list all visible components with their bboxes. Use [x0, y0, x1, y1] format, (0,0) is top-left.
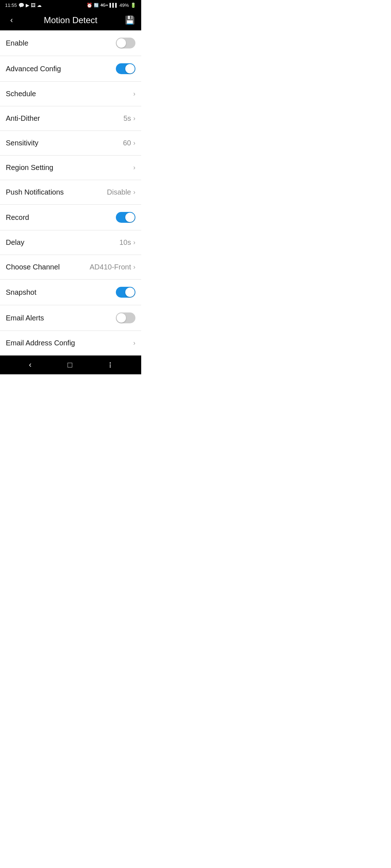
row-snapshot[interactable]: Snapshot [0, 280, 141, 305]
right-schedule: › [133, 90, 135, 98]
value-delay: 10s [119, 238, 131, 247]
label-record: Record [6, 213, 29, 222]
label-push-notifications: Push Notifications [6, 188, 64, 196]
nav-home-button[interactable]: □ [62, 357, 78, 373]
toggle-knob-enable [117, 38, 126, 48]
row-region-setting[interactable]: Region Setting› [0, 156, 141, 180]
row-choose-channel[interactable]: Choose ChannelAD410-Front› [0, 255, 141, 280]
chevron-email-address-config: › [133, 339, 135, 347]
youtube-icon: ▶ [26, 3, 29, 8]
chevron-region-setting: › [133, 164, 135, 171]
chevron-choose-channel: › [133, 263, 135, 271]
battery-percent: 49% [119, 3, 129, 8]
toggle-enable[interactable] [116, 38, 135, 48]
row-enable[interactable]: Enable [0, 30, 141, 56]
toggle-record[interactable] [116, 212, 135, 223]
app-header: ‹ Motion Detect 💾 [0, 10, 141, 30]
chat-icon: 💬 [18, 3, 24, 8]
label-enable: Enable [6, 39, 28, 47]
save-button[interactable]: 💾 [124, 16, 135, 25]
toggle-email-alerts[interactable] [116, 312, 135, 323]
lte-label: 4G+ [100, 3, 108, 7]
photos-icon: 🖼 [31, 3, 35, 8]
page-title: Motion Detect [17, 15, 124, 25]
chevron-delay: › [133, 239, 135, 246]
battery-icon: 🔋 [130, 3, 136, 8]
label-delay: Delay [6, 238, 24, 247]
row-email-alerts[interactable]: Email Alerts [0, 305, 141, 331]
right-email-alerts [116, 312, 135, 323]
label-email-alerts: Email Alerts [6, 314, 44, 322]
row-record[interactable]: Record [0, 205, 141, 230]
toggle-advanced-config[interactable] [116, 63, 135, 74]
label-sensitivity: Sensitivity [6, 139, 38, 147]
alarm-icon: ⏰ [87, 3, 92, 8]
label-snapshot: Snapshot [6, 288, 37, 297]
settings-content: EnableAdvanced ConfigSchedule›Anti-Dithe… [0, 30, 141, 356]
nav-recents-button[interactable]: ⫶ [102, 357, 118, 373]
right-enable [116, 38, 135, 48]
right-push-notifications: Disable› [107, 188, 135, 196]
value-push-notifications: Disable [107, 188, 131, 196]
right-delay: 10s› [119, 238, 135, 247]
right-sensitivity: 60› [123, 139, 135, 147]
right-snapshot [116, 287, 135, 298]
row-schedule[interactable]: Schedule› [0, 82, 141, 106]
row-anti-dither[interactable]: Anti-Dither5s› [0, 106, 141, 131]
status-right: ⏰ 🔄 4G+ ▌▌▌ 49% 🔋 [87, 3, 136, 8]
chevron-schedule: › [133, 90, 135, 98]
value-anti-dither: 5s [123, 114, 131, 123]
signal-icon: ▌▌▌ [110, 3, 118, 7]
status-left: 11:55 💬 ▶ 🖼 ☁ [5, 3, 42, 8]
label-choose-channel: Choose Channel [6, 263, 60, 271]
label-region-setting: Region Setting [6, 163, 53, 172]
label-schedule: Schedule [6, 90, 36, 98]
toggle-knob-email-alerts [117, 313, 126, 323]
toggle-knob-snapshot [125, 288, 135, 297]
toggle-knob-record [125, 213, 135, 222]
label-anti-dither: Anti-Dither [6, 114, 40, 123]
row-advanced-config[interactable]: Advanced Config [0, 56, 141, 82]
row-push-notifications[interactable]: Push NotificationsDisable› [0, 180, 141, 205]
toggle-knob-advanced-config [125, 64, 135, 73]
right-choose-channel: AD410-Front› [90, 263, 136, 271]
nav-back-button[interactable]: ‹ [23, 357, 37, 373]
right-region-setting: › [133, 164, 135, 171]
back-button[interactable]: ‹ [6, 16, 17, 25]
chevron-anti-dither: › [133, 115, 135, 122]
row-sensitivity[interactable]: Sensitivity60› [0, 131, 141, 156]
status-time: 11:55 [5, 3, 17, 8]
status-bar: 11:55 💬 ▶ 🖼 ☁ ⏰ 🔄 4G+ ▌▌▌ 49% 🔋 [0, 0, 141, 10]
bottom-navigation: ‹ □ ⫶ [0, 356, 141, 374]
row-email-address-config[interactable]: Email Address Config› [0, 331, 141, 356]
sync-icon: 🔄 [94, 3, 99, 8]
row-delay[interactable]: Delay10s› [0, 230, 141, 255]
value-choose-channel: AD410-Front [90, 263, 131, 271]
value-sensitivity: 60 [123, 139, 131, 147]
label-email-address-config: Email Address Config [6, 339, 75, 347]
chevron-sensitivity: › [133, 139, 135, 147]
right-email-address-config: › [133, 339, 135, 347]
right-advanced-config [116, 63, 135, 74]
chevron-push-notifications: › [133, 188, 135, 196]
cloud-icon: ☁ [37, 3, 42, 8]
label-advanced-config: Advanced Config [6, 65, 61, 73]
right-anti-dither: 5s› [123, 114, 135, 123]
toggle-snapshot[interactable] [116, 287, 135, 298]
right-record [116, 212, 135, 223]
